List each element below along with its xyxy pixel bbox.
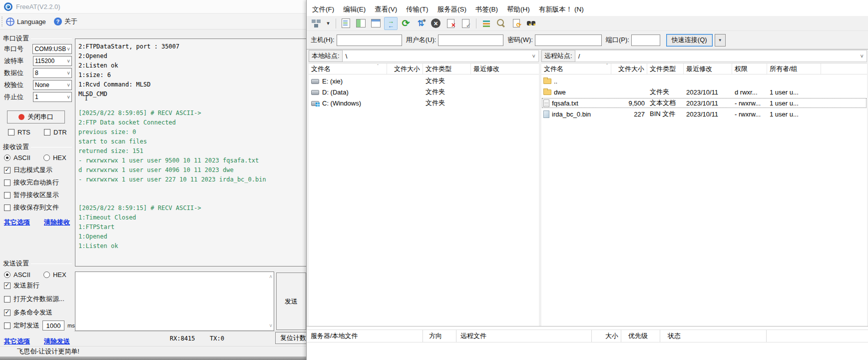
file-row[interactable]: D: (Data) 文件夹 [309,86,539,98]
checkbox-icon[interactable] [4,180,10,186]
receive-option-checkbox[interactable]: 暂停接收区显示 [4,190,59,200]
menu-item[interactable]: 传输(T) [402,4,433,16]
column-header[interactable]: 文件类型 [647,64,684,74]
separator-icon[interactable] [474,17,478,30]
dropdown-arrow-icon[interactable] [324,17,332,30]
menu-item[interactable]: 查看(V) [370,4,402,16]
radio-icon[interactable] [4,154,10,161]
column-header[interactable] [821,64,867,74]
send-button[interactable]: 发送 [276,272,306,330]
radio-icon[interactable] [43,154,50,161]
find-icon[interactable] [524,17,538,30]
field-dropdown[interactable]: COM9:USB [32,44,72,54]
radio-icon[interactable] [43,272,50,278]
username-input[interactable] [438,34,503,46]
freeat-titlebar[interactable]: FreeAT(V2.2.0) [0,0,310,14]
sync-browse-icon[interactable] [509,17,523,30]
send-ascii-radio[interactable]: ASCII [4,271,30,278]
checkbox-icon[interactable] [4,204,10,211]
column-header[interactable]: 文件大小 [611,64,647,74]
checkbox-icon[interactable] [4,192,10,198]
host-input[interactable] [337,34,402,46]
file-row[interactable]: .. [541,76,867,86]
language-menu[interactable]: Language [17,18,46,26]
file-row[interactable]: irda_bc_0.bin 227 BIN 文件 2023/10/11 - rw… [541,108,867,120]
file-row[interactable]: E: (xie) 文件夹 [309,76,539,86]
local-site-combo[interactable]: \ [343,50,539,62]
receive-option-checkbox[interactable]: 日志模式显示 [4,166,59,174]
checkbox-icon[interactable] [44,129,50,136]
menu-item[interactable]: 帮助(H) [502,4,534,16]
quickconnect-button[interactable]: 快速连接(Q) [666,34,713,46]
separator-icon[interactable] [334,17,338,30]
send-link[interactable]: 清除发送 [44,337,70,346]
field-dropdown[interactable]: 115200 [33,56,72,66]
remote-site-combo[interactable]: / [575,50,867,62]
globe-icon[interactable] [6,18,14,26]
transfer-queue-icon[interactable] [384,17,398,30]
send-option-checkbox[interactable]: 打开文件数据源... [4,294,64,304]
column-header[interactable]: 权限 [732,64,767,74]
dtr-checkbox[interactable]: DTR [44,128,67,136]
checkbox-icon[interactable] [4,310,10,316]
file-row[interactable]: dwe 文件夹 2023/10/11 d rwxr... 1 user u... [541,86,867,98]
filter-icon[interactable] [479,17,493,30]
menu-item[interactable]: 文件(F) [308,4,339,16]
refresh-icon[interactable] [399,17,413,30]
file-row[interactable]: fqsafa.txt 9,500 文本文档 2023/10/11 - rwxrw… [541,98,867,108]
scroll-up-icon[interactable] [269,274,272,280]
receive-hex-radio[interactable]: HEX [43,154,66,162]
field-dropdown[interactable]: None [33,80,72,90]
receive-link[interactable]: 清除接收 [44,218,70,227]
help-icon[interactable]: ? [54,18,62,26]
queue-column-header[interactable]: 优先级 [621,330,660,342]
column-header[interactable]: 最近修改 [471,64,539,74]
receive-option-checkbox[interactable]: 接收完自动换行 [4,178,59,187]
receive-log[interactable]: 2:FTPDataStart, port : 350072:Opened2:Li… [75,38,310,266]
quickconnect-dropdown-button[interactable] [715,34,726,46]
menu-item[interactable]: 服务器(S) [433,4,471,16]
queue-column-header[interactable]: 服务器/本地文件 [307,330,423,342]
queue-column-header[interactable]: 远程文件 [456,330,592,342]
send-option-checkbox[interactable]: 发送新行 [4,281,64,290]
queue-column-header[interactable]: 方向 [423,330,456,342]
reconnect-icon[interactable] [459,17,472,30]
column-header[interactable]: 文件大小 [387,64,423,74]
scroll-down-icon[interactable] [269,323,272,328]
menu-item[interactable]: 有新版本！ (N) [534,4,588,16]
compare-icon[interactable] [494,17,508,30]
field-dropdown[interactable]: 1 [33,92,72,102]
checkbox-icon[interactable] [8,129,14,136]
column-header[interactable]: 所有者/组 [767,64,821,74]
port-input[interactable] [631,34,660,46]
site-manager-icon[interactable] [309,17,323,30]
queue-column-header[interactable]: 大小 [592,330,621,342]
password-input[interactable] [535,34,602,46]
process-queue-icon[interactable] [414,17,428,30]
column-header[interactable]: 文件名 [309,64,387,74]
timed-send-checkbox[interactable] [4,322,10,329]
file-row[interactable]: C: (Windows) 文件夹 [309,98,539,108]
about-menu[interactable]: 关于 [64,17,77,26]
send-option-checkbox[interactable]: 多条命令发送 [4,308,64,317]
local-tree-icon[interactable] [354,17,368,30]
close-serial-button[interactable]: 关闭串口 [7,110,65,124]
cancel-icon[interactable] [429,17,442,30]
receive-option-checkbox[interactable]: 接收保存到文件 [4,203,59,212]
column-header[interactable]: 最近修改 [684,64,732,74]
field-dropdown[interactable]: 8 [33,68,72,78]
send-input[interactable] [75,272,274,331]
message-log-icon[interactable] [339,17,353,30]
receive-ascii-radio[interactable]: ASCII [4,154,30,162]
remote-tree-icon[interactable] [369,17,383,30]
column-header[interactable]: 文件名 [541,64,611,74]
send-link[interactable]: 其它选项 [4,337,30,346]
rts-checkbox[interactable]: RTS [8,128,30,136]
checkbox-icon[interactable] [4,296,10,302]
receive-link[interactable]: 其它选项 [4,218,30,227]
column-header[interactable]: 文件类型 [423,64,471,74]
checkbox-icon[interactable] [4,282,10,289]
checkbox-icon[interactable] [4,167,10,174]
menu-item[interactable]: 书签(B) [471,4,502,16]
radio-icon[interactable] [4,272,10,278]
